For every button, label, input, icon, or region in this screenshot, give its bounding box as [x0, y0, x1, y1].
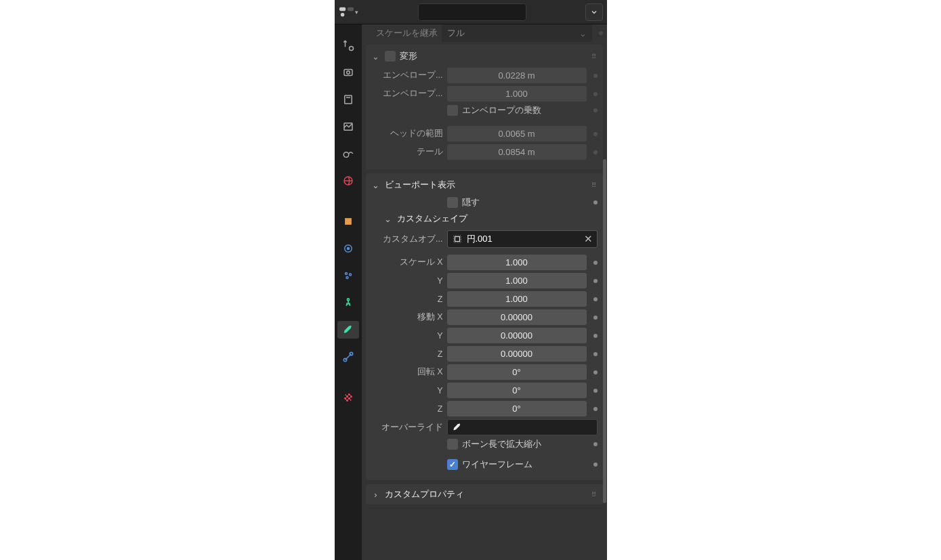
tail-radius-field[interactable]: 0.0854 m — [447, 144, 587, 160]
svg-rect-1 — [347, 7, 353, 10]
envelope-distance-field[interactable]: 0.0228 m — [447, 68, 587, 83]
keyframe-dot[interactable] — [593, 108, 598, 112]
wireframe-checkbox[interactable] — [447, 459, 458, 470]
keyframe-dot[interactable] — [593, 279, 598, 283]
tab-particles[interactable] — [337, 267, 359, 284]
rot-y-label: Y — [371, 386, 443, 395]
tab-object[interactable] — [337, 213, 359, 230]
keyframe-dot[interactable] — [593, 74, 598, 78]
scale-z-label: Z — [371, 295, 443, 304]
hide-checkbox[interactable] — [447, 197, 458, 208]
options-dropdown[interactable] — [585, 3, 603, 21]
tab-world[interactable] — [337, 172, 359, 190]
svg-point-19 — [347, 299, 349, 301]
trans-x-field[interactable]: 0.00000 — [447, 309, 587, 325]
keyframe-dot[interactable] — [593, 389, 598, 393]
panel-drag-icon[interactable]: ⠿ — [591, 491, 598, 498]
keyframe-dot[interactable] — [593, 407, 598, 411]
scale-z-field[interactable]: 1.000 — [447, 291, 587, 307]
svg-point-7 — [346, 71, 350, 74]
mesh-icon — [452, 234, 463, 244]
envelope-weight-field[interactable]: 1.000 — [447, 86, 587, 102]
trans-y-field[interactable]: 0.00000 — [447, 328, 587, 343]
scale-y-field[interactable]: 1.000 — [447, 273, 587, 288]
scale-x-field[interactable]: 1.000 — [447, 255, 587, 270]
scale-bone-length-checkbox[interactable] — [447, 439, 458, 450]
tab-tool[interactable] — [337, 37, 359, 54]
custom-object-field[interactable]: 円.001 ✕ — [447, 230, 598, 248]
envelope-weight-label: エンベロープ... — [371, 88, 443, 100]
hide-label: 隠す — [462, 196, 480, 209]
inherit-scale-row: スケールを継承 フル ⌄ — [366, 24, 603, 42]
svg-point-2 — [340, 12, 344, 16]
trans-z-label: Z — [371, 349, 443, 359]
svg-point-11 — [343, 152, 349, 158]
panel-mode-icon[interactable]: ▾ — [339, 3, 359, 21]
override-field[interactable] — [447, 419, 598, 435]
clear-object-button[interactable]: ✕ — [584, 233, 593, 245]
keyframe-dot[interactable] — [593, 370, 598, 374]
viewport-display-title: ビューポート表示 — [385, 179, 455, 191]
viewport-display-header[interactable]: ⌄ ビューポート表示 ⠿ — [371, 179, 598, 191]
inherit-scale-label: スケールを継承 — [366, 28, 438, 39]
envelope-distance-label: エンベロープ... — [371, 70, 443, 81]
svg-point-24 — [344, 393, 352, 402]
chevron-down-icon — [590, 8, 598, 16]
rot-z-field[interactable]: 0° — [447, 401, 587, 416]
keyframe-dot[interactable] — [593, 261, 598, 265]
tab-physics[interactable] — [337, 294, 359, 311]
panel-drag-icon[interactable]: ⠿ — [591, 53, 598, 60]
custom-object-name: 円.001 — [467, 233, 580, 245]
svg-rect-0 — [339, 7, 346, 10]
head-radius-field[interactable]: 0.0065 m — [447, 126, 587, 142]
rot-y-field[interactable]: 0° — [447, 383, 587, 398]
svg-rect-13 — [345, 219, 351, 225]
chevron-right-icon: › — [371, 490, 381, 500]
keyframe-dot[interactable] — [593, 297, 598, 301]
search-input[interactable] — [423, 7, 539, 17]
keyframe-dot[interactable] — [593, 442, 598, 446]
envelope-mult-checkbox[interactable] — [447, 105, 458, 116]
svg-rect-25 — [455, 237, 459, 242]
deform-panel: ⌄ 変形 ⠿ エンベロープ... 0.0228 m エンベロープ... 1.00… — [366, 45, 603, 169]
rot-x-field[interactable]: 0° — [447, 364, 587, 380]
keyframe-dot[interactable] — [593, 150, 598, 154]
deform-header[interactable]: ⌄ 変形 ⠿ — [371, 50, 598, 62]
tab-render[interactable] — [337, 64, 359, 81]
keyframe-dot[interactable] — [593, 200, 598, 204]
keyframe-dot[interactable] — [593, 92, 598, 96]
scrollbar-thumb[interactable] — [603, 159, 606, 503]
tab-bone-constraint[interactable] — [337, 348, 359, 366]
keyframe-dot[interactable] — [593, 334, 598, 338]
svg-point-5 — [349, 47, 353, 51]
tab-viewlayer[interactable] — [337, 118, 359, 135]
viewport-display-panel: ⌄ ビューポート表示 ⠿ 隠す ⌄ カスタムシェイプ — [366, 173, 603, 480]
custom-properties-title: カスタムプロパティ — [385, 488, 464, 500]
tab-output[interactable] — [337, 91, 359, 108]
keyframe-dot[interactable] — [593, 352, 598, 356]
properties-content: スケールを継承 フル ⌄ ⌄ 変形 ⠿ エンベロープ... — [362, 24, 607, 560]
search-box[interactable] — [418, 3, 526, 21]
keyframe-dot[interactable] — [593, 132, 598, 136]
deform-enable-checkbox[interactable] — [385, 51, 396, 62]
custom-properties-header[interactable]: › カスタムプロパティ ⠿ — [371, 488, 598, 500]
tab-modifier[interactable] — [337, 240, 359, 257]
panel-drag-icon[interactable]: ⠿ — [591, 181, 598, 189]
tab-scene[interactable] — [337, 145, 359, 163]
wireframe-label: ワイヤーフレーム — [462, 458, 532, 471]
custom-shape-header[interactable]: ⌄ カスタムシェイプ — [383, 213, 598, 225]
properties-panel-window: ▾ — [335, 0, 607, 560]
svg-point-17 — [349, 274, 351, 276]
custom-shape-title: カスタムシェイプ — [397, 213, 467, 225]
svg-point-18 — [346, 277, 348, 279]
tab-bone[interactable] — [337, 321, 359, 339]
keyframe-dot[interactable] — [593, 316, 598, 320]
tab-material[interactable] — [337, 389, 359, 406]
inherit-scale-select[interactable]: フル ⌄ — [442, 24, 592, 42]
trans-z-field[interactable]: 0.00000 — [447, 346, 587, 362]
bone-icon — [452, 422, 463, 433]
envelope-mult-label: エンベロープの乗数 — [462, 104, 541, 116]
scrollbar[interactable] — [603, 27, 606, 556]
keyframe-dot[interactable] — [593, 462, 598, 467]
svg-point-16 — [345, 273, 347, 275]
